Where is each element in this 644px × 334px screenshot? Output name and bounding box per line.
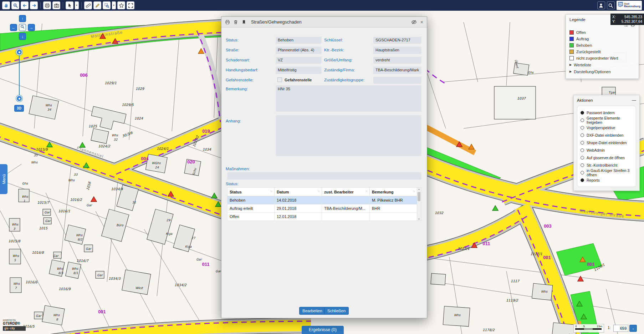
- field-schadensart[interactable]: VZ: [276, 57, 321, 64]
- sort-icon[interactable]: ↑↓: [270, 190, 272, 192]
- scale-ratio-input[interactable]: [613, 325, 628, 332]
- table-cell[interactable]: 14.02.2018: [275, 196, 322, 204]
- edit-button[interactable]: Bearbeiten: [299, 307, 326, 315]
- radio-icon[interactable]: [581, 163, 584, 167]
- forward-button[interactable]: [30, 1, 38, 9]
- table-column-header[interactable]: Status↑↓: [228, 188, 275, 196]
- menu-tab[interactable]: Menü: [0, 164, 7, 194]
- results-button[interactable]: Ergebnisse (0): [302, 326, 344, 334]
- bookmark-icon[interactable]: [241, 20, 246, 25]
- table-cell[interactable]: BHR: [370, 204, 417, 213]
- status-history-table[interactable]: Status↑↓Datum↑↓zust. Bearbeiter↑↓Bemerku…: [227, 187, 417, 221]
- pan-left-button[interactable]: ←: [10, 24, 17, 31]
- radio-icon[interactable]: [581, 148, 584, 152]
- minimize-icon[interactable]: —: [632, 98, 636, 103]
- table-cell[interactable]: [322, 196, 370, 204]
- field-handlungsbedarf[interactable]: Mittelfristig: [276, 67, 321, 74]
- table-cell[interactable]: [322, 213, 370, 221]
- radio-icon[interactable]: [581, 126, 584, 130]
- search-button[interactable]: [607, 1, 615, 9]
- aktionen-item[interactable]: Gesperrte Elemente freigeben: [581, 116, 633, 124]
- scale-dropdown-button[interactable]: ⌄: [629, 325, 637, 332]
- radio-icon[interactable]: [581, 141, 584, 145]
- aktionen-item[interactable]: DXF-Datei einblenden: [581, 131, 633, 139]
- pan-tool-button[interactable]: [2, 1, 10, 9]
- aktionen-item[interactable]: Auf gisserver.de öffnen: [581, 154, 633, 161]
- zoom-in-button[interactable]: [11, 1, 19, 9]
- field-status[interactable]: Behoben: [276, 37, 321, 44]
- field-zustaendigkeitsgruppe[interactable]: [373, 77, 421, 84]
- visibility-off-icon[interactable]: [411, 19, 417, 25]
- print-button[interactable]: [43, 1, 51, 9]
- zoom-window-button[interactable]: [103, 1, 111, 9]
- field-massnahmen[interactable]: [227, 172, 421, 179]
- measure-tool-button[interactable]: [84, 1, 92, 9]
- table-cell[interactable]: TBA-Beschilderung/M...: [322, 204, 370, 213]
- legend-group-toggle[interactable]: ▶Darstellung/Optionen: [569, 68, 635, 75]
- close-icon[interactable]: ×: [420, 20, 423, 25]
- table-scrollbar[interactable]: ▲ ▼: [417, 187, 421, 221]
- select-tool-button[interactable]: [66, 1, 73, 9]
- radio-icon[interactable]: [581, 156, 584, 160]
- aktionen-item[interactable]: Str.-Kontrollbericht: [581, 161, 633, 169]
- fullscreen-button[interactable]: [127, 1, 134, 9]
- aktionen-item[interactable]: Passwort ändern: [581, 109, 633, 116]
- field-schluessel[interactable]: SGSCHADEN-2717: [373, 37, 421, 44]
- field-groesse[interactable]: verdreht: [373, 57, 421, 64]
- table-cell[interactable]: Behoben: [228, 196, 275, 204]
- aktionen-item[interactable]: Vogelperspektive: [581, 124, 633, 131]
- scroll-up-icon[interactable]: ▲: [417, 188, 421, 190]
- delete-icon[interactable]: [233, 20, 238, 25]
- table-cell[interactable]: Auftrag erteilt: [228, 204, 275, 213]
- route-end-point[interactable]: [16, 95, 22, 102]
- legend-group-toggle[interactable]: ▶Werteliste: [569, 61, 635, 68]
- radio-icon[interactable]: [581, 118, 584, 122]
- pan-down-button[interactable]: ↓: [19, 33, 26, 40]
- favorites-button[interactable]: [117, 1, 125, 9]
- table-row[interactable]: Auftrag erteilt29.01.2018TBA-Beschilderu…: [228, 204, 417, 213]
- sort-icon[interactable]: ↑↓: [318, 190, 320, 192]
- zoom-center-button[interactable]: [19, 24, 26, 31]
- radio-icon[interactable]: [581, 171, 584, 174]
- aktionen-item[interactable]: Shape-Datei einblenden: [581, 139, 633, 146]
- back-button[interactable]: [21, 1, 29, 9]
- pan-right-button[interactable]: →: [28, 24, 35, 31]
- table-row[interactable]: Behoben14.02.2018M. Pilkewicz BHR: [228, 196, 417, 204]
- pan-up-button[interactable]: ↑: [19, 15, 26, 22]
- table-row[interactable]: Offen12.01.2018: [228, 213, 417, 221]
- print-icon[interactable]: [225, 20, 230, 25]
- expander-icon[interactable]: ▶: [569, 70, 572, 73]
- radio-icon[interactable]: [581, 111, 584, 115]
- aktionen-item[interactable]: WebAdmin: [581, 146, 633, 154]
- table-column-header[interactable]: zust. Bearbeiter↑↓: [322, 188, 370, 196]
- draw-tool-button[interactable]: [93, 1, 101, 9]
- field-strasse[interactable]: Pfannenstiel (Abs. 4): [276, 47, 321, 54]
- gefahrenstelle-checkbox[interactable]: [277, 77, 282, 82]
- aktionen-item[interactable]: Reports: [581, 176, 633, 184]
- table-cell[interactable]: Offen: [228, 213, 275, 221]
- scrollbar-thumb[interactable]: [418, 192, 420, 201]
- field-zustaendig[interactable]: TBA-Beschilderung/Mark: [373, 67, 421, 74]
- table-column-header[interactable]: Datum↑↓: [275, 188, 322, 196]
- table-cell[interactable]: 12.01.2018: [275, 213, 322, 221]
- close-button[interactable]: Schließen: [324, 307, 349, 315]
- sort-icon[interactable]: ↑↓: [366, 190, 367, 192]
- scroll-down-icon[interactable]: ▼: [417, 218, 421, 220]
- table-cell[interactable]: 29.01.2018: [275, 204, 322, 213]
- zoom-window-dropdown[interactable]: ▾: [112, 1, 116, 9]
- expander-icon[interactable]: ▶: [569, 63, 572, 66]
- radio-icon[interactable]: [581, 178, 584, 182]
- aktionen-item[interactable]: in Gauß-Krüger Streifen 3 öffnen: [581, 169, 633, 176]
- snapshot-button[interactable]: [52, 1, 60, 9]
- field-bemerkung[interactable]: HNr 35: [276, 85, 421, 112]
- table-cell[interactable]: M. Pilkewicz BHR: [370, 196, 417, 204]
- table-cell[interactable]: [370, 213, 417, 221]
- radio-icon[interactable]: [581, 133, 584, 137]
- field-ktr-bezirk[interactable]: Hauptstraßen: [373, 47, 421, 54]
- select-tool-dropdown[interactable]: ▾: [75, 1, 79, 9]
- route-start-point[interactable]: [16, 49, 22, 55]
- dialog-header[interactable]: Straßen/Gehwegschaden ×: [221, 17, 427, 27]
- table-column-header[interactable]: Bemerkung↑↓: [370, 188, 417, 196]
- user-button[interactable]: [597, 1, 605, 9]
- sort-icon[interactable]: ↑↓: [413, 190, 415, 192]
